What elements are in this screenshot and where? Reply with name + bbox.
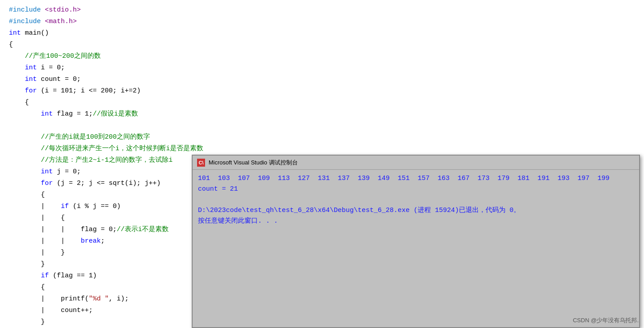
console-titlebar: C\ Microsoft Visual Studio 调试控制台 [193,156,639,170]
code-line: { [9,97,635,108]
code-line: int flag = 1;//假设i是素数 [9,108,635,120]
code-line [9,120,635,132]
console-output-path: D:\2023code\test_qh\test_6_28\x64\Debug\… [198,205,634,216]
console-output-count: count = 21 [198,184,634,195]
code-line: #include <stdio.h> [9,4,635,16]
console-body: 101 103 107 109 113 127 131 137 139 149 … [193,170,639,230]
code-line: //每次循环进来产生一个i，这个时候判断i是否是素数 [9,143,635,155]
code-line: for (i = 101; i <= 200; i+=2) [9,85,635,97]
code-line: { [9,39,635,51]
code-line: int main() [9,28,635,39]
code-line: int i = 0; [9,62,635,74]
code-line: //产生100~200之间的数 [9,51,635,62]
watermark: CSDN @少年没有乌托邦. [573,316,639,324]
console-window: C\ Microsoft Visual Studio 调试控制台 101 103… [192,155,640,328]
code-line: int count = 0; [9,74,635,85]
code-line: //产生的i就是100到200之间的数字 [9,132,635,143]
console-title: Microsoft Visual Studio 调试控制台 [209,159,298,167]
console-output-close: 按任意键关闭此窗口. . . [198,216,634,227]
console-output-numbers: 101 103 107 109 113 127 131 137 139 149 … [198,173,634,184]
code-line: #include <math.h> [9,16,635,28]
console-icon: C\ [197,159,205,167]
console-blank-line [198,195,634,205]
